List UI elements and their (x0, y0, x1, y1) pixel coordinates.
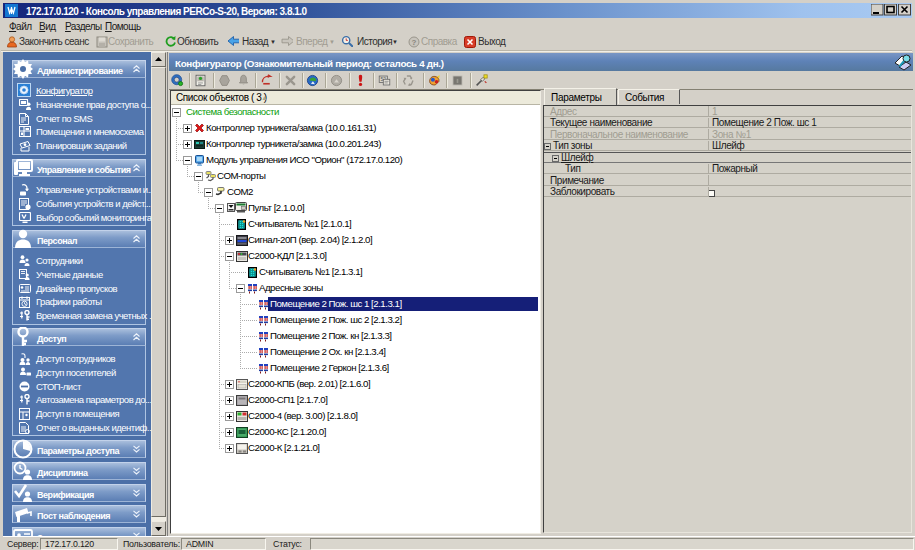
svg-text:?: ? (412, 38, 417, 47)
